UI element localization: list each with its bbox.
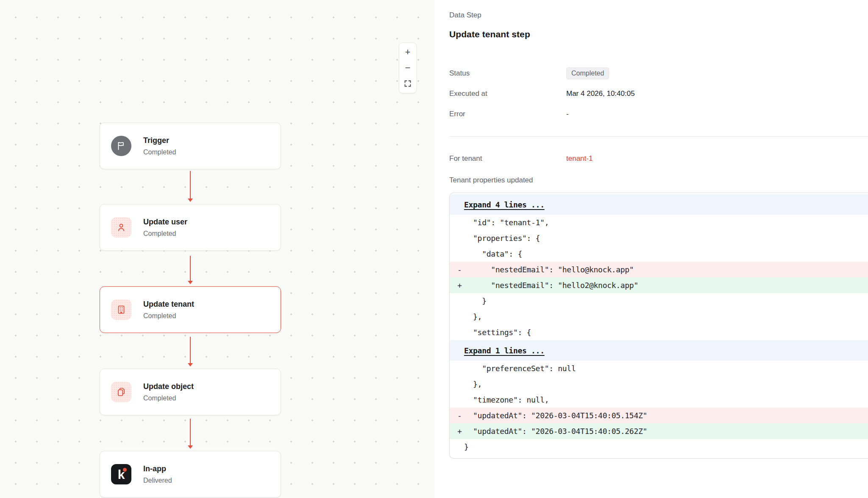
canvas-zoom-controls: + −	[399, 42, 417, 93]
status-badge: Completed	[566, 67, 609, 79]
diff-text: },	[450, 312, 482, 321]
diff-text: "nestedEmail": "hello@knock.app"	[450, 265, 634, 274]
diff-text: }	[450, 297, 487, 305]
node-status: Completed	[143, 230, 187, 238]
field-label: Status	[449, 69, 566, 78]
diff-line: "id": "tenant-1",	[450, 215, 868, 230]
diff-sign: -	[457, 265, 462, 274]
diff-line: "timezone": null,	[450, 392, 868, 408]
flag-icon	[111, 136, 131, 156]
field-value: -	[566, 110, 569, 118]
diff-text: "timezone": null,	[450, 395, 549, 404]
workflow-node-update-object[interactable]: Update objectCompleted	[100, 369, 281, 415]
diff-sign: +	[457, 427, 462, 436]
step-detail-panel: Data Step Update tenant step StatusCompl…	[435, 0, 868, 498]
page-title: Update tenant step	[449, 29, 868, 39]
step-type-label: Data Step	[449, 11, 868, 20]
section-divider	[449, 136, 868, 137]
zoom-in-button[interactable]: +	[401, 45, 415, 59]
field-label: Error	[449, 110, 566, 118]
diff-heading: Tenant properties updated	[449, 176, 868, 185]
diff-text: "settings": {	[450, 328, 531, 337]
diff-line: "preferenceSet": null	[450, 361, 868, 376]
node-status: Completed	[143, 312, 194, 320]
field-value: Mar 4 2026, 10:40:05	[566, 90, 635, 98]
workflow-canvas[interactable]: + − TriggerCompletedUpdate userCompleted…	[0, 0, 435, 498]
diff-line: + "updatedAt": "2026-03-04T15:40:05.262Z…	[450, 423, 868, 439]
diff-viewer: Expand 4 lines ... "id": "tenant-1", "pr…	[449, 193, 868, 459]
field-label: For tenant	[449, 154, 566, 163]
diff-line: "data": {	[450, 246, 868, 262]
diff-text: "updatedAt": "2026-03-04T15:40:05.262Z"	[450, 427, 647, 436]
node-title: Update tenant	[143, 299, 194, 309]
diff-line: "settings": {	[450, 325, 868, 340]
node-title: Trigger	[143, 136, 176, 145]
field-row: StatusCompleted	[449, 67, 868, 80]
workflow-node-in-app[interactable]: kIn-appDelivered	[100, 451, 281, 498]
tenant-row: For tenant tenant-1	[449, 152, 868, 165]
field-row: Error-	[449, 107, 868, 121]
diff-text: "data": {	[450, 249, 522, 258]
diff-text: "properties": {	[450, 234, 540, 243]
diff-text: "preferenceSet": null	[450, 364, 576, 373]
pages-icon	[111, 382, 131, 402]
diff-line: },	[450, 309, 868, 325]
workflow-node-update-tenant[interactable]: Update tenantCompleted	[100, 286, 281, 333]
building-icon	[111, 299, 131, 320]
field-label: Executed at	[449, 90, 566, 98]
diff-sign: -	[457, 411, 462, 420]
fit-view-button[interactable]	[401, 77, 415, 90]
workflow-node-update-user[interactable]: Update userCompleted	[100, 204, 281, 251]
diff-sign: +	[457, 281, 462, 290]
field-row: Executed atMar 4 2026, 10:40:05	[449, 87, 868, 101]
user-icon	[111, 217, 131, 238]
node-status: Completed	[143, 148, 176, 156]
node-status: Completed	[143, 394, 194, 402]
diff-line: - "nestedEmail": "hello@knock.app"	[450, 262, 868, 277]
diff-text: }	[450, 442, 469, 451]
diff-line: }	[450, 293, 868, 309]
diff-text: "updatedAt": "2026-03-04T15:40:05.154Z"	[450, 411, 647, 420]
node-title: Update object	[143, 382, 194, 392]
diff-line: - "updatedAt": "2026-03-04T15:40:05.154Z…	[450, 408, 868, 423]
diff-text: },	[450, 380, 482, 389]
workflow-node-trigger[interactable]: TriggerCompleted	[100, 123, 281, 169]
diff-text: "nestedEmail": "hello2@knock.app"	[450, 281, 638, 290]
connector-arrow	[187, 171, 194, 202]
diff-line: }	[450, 439, 868, 455]
diff-expand-link[interactable]: Expand 1 lines ...	[450, 340, 868, 361]
connector-arrow	[187, 256, 194, 284]
connector-arrow	[187, 337, 194, 367]
field-rows: StatusCompletedExecuted atMar 4 2026, 10…	[449, 67, 868, 121]
zoom-out-button[interactable]: −	[401, 61, 415, 75]
node-title: In-app	[143, 464, 172, 474]
diff-line: "properties": {	[450, 230, 868, 246]
diff-text: Expand 1 lines ...	[450, 346, 545, 355]
diff-expand-link[interactable]: Expand 4 lines ...	[450, 194, 868, 215]
node-status: Delivered	[143, 477, 172, 484]
tenant-link[interactable]: tenant-1	[566, 154, 593, 163]
diff-line: },	[450, 376, 868, 392]
diff-text: Expand 4 lines ...	[450, 200, 545, 209]
knock-dot	[123, 468, 127, 472]
diff-text: "id": "tenant-1",	[450, 218, 549, 227]
knock-logo-icon: k	[111, 464, 131, 484]
fit-view-icon	[404, 80, 411, 87]
connector-arrow	[187, 419, 194, 449]
node-title: Update user	[143, 217, 187, 227]
diff-line: + "nestedEmail": "hello2@knock.app"	[450, 277, 868, 293]
